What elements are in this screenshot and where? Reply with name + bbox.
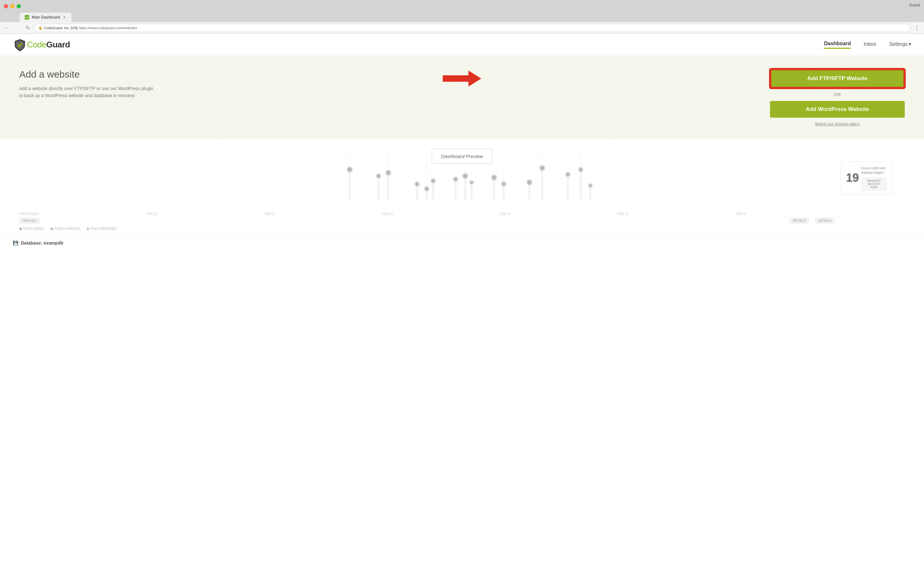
svg-point-23 — [463, 173, 468, 179]
dashboard-preview-section: Dashboard Preview — [0, 139, 924, 234]
svg-point-13 — [386, 170, 391, 175]
nav-dashboard[interactable]: Dashboard — [824, 41, 851, 49]
logo-text: CodeGuard — [27, 40, 70, 50]
svg-marker-0 — [443, 71, 481, 87]
settings-dropdown-icon: ▾ — [909, 41, 911, 47]
minimize-window-btn[interactable] — [10, 4, 15, 8]
add-website-section: Add a website Add a website directly ove… — [0, 56, 924, 139]
legend-dot-removed — [87, 227, 89, 230]
backup-countdown-number: 19 — [846, 172, 859, 184]
svg-point-11 — [376, 174, 381, 178]
logo-area: CodeGuard — [13, 38, 70, 52]
dashboard-preview-label: Dashboard Preview — [432, 149, 493, 164]
site-header: CodeGuard Dashboard Inbox Settings ▾ — [0, 34, 924, 56]
view-all-button[interactable]: VIEW ALL — [19, 218, 40, 224]
svg-point-19 — [431, 179, 435, 183]
main-nav: Dashboard Inbox Settings ▾ — [824, 41, 911, 49]
nav-settings-label: Settings — [889, 41, 908, 47]
tab-favicon: CG — [25, 15, 29, 19]
refresh-btn[interactable]: ↻ — [24, 24, 31, 32]
backup-countdown-text: hours until next backup begins — [861, 166, 887, 175]
backup-widget: 19 hours until next backup begins REQUES… — [841, 161, 892, 195]
guest-label: Guest — [909, 3, 920, 7]
secure-icon: 🔒 — [38, 26, 43, 30]
legend-label-removed: FILES REMOVED — [90, 227, 116, 230]
tab-bar: CG Main Dashboard × — [0, 12, 924, 22]
chart-label-feb15: FEB 15 — [618, 212, 628, 216]
svg-point-37 — [578, 167, 583, 172]
add-website-left: Add a website Add a website directly ove… — [19, 69, 154, 99]
svg-point-33 — [540, 165, 545, 171]
details-btn-2[interactable]: DETAILS — [815, 218, 834, 224]
legend-dot-changed — [50, 227, 53, 230]
request-backup-button[interactable]: REQUEST BACKUP NOW — [861, 177, 887, 190]
svg-point-21 — [453, 177, 458, 181]
tab-title: Main Dashboard — [32, 15, 60, 19]
legend-label-added: FILES ADDED — [23, 227, 44, 230]
forward-btn[interactable]: → — [13, 24, 21, 32]
or-separator: OR — [770, 92, 905, 97]
add-website-title: Add a website — [19, 69, 154, 80]
chart-label-feb14: FEB 14 — [500, 212, 510, 216]
svg-point-31 — [527, 180, 532, 185]
chart-labels: PREVIOUSLY FEB 11 FEB 12 FEB 13 FEB 14 F… — [13, 212, 911, 216]
add-wordpress-button[interactable]: Add WordPress Website — [770, 101, 905, 118]
logo-guard: Guard — [46, 40, 70, 49]
svg-point-35 — [565, 172, 570, 177]
svg-point-27 — [491, 175, 497, 180]
address-org: CodeGuard, Inc. [US] — [44, 26, 78, 30]
back-btn[interactable]: ← — [3, 24, 11, 32]
legend-files-removed: FILES REMOVED — [87, 227, 116, 230]
svg-point-17 — [425, 187, 429, 191]
chart-actions: VIEW ALL DETAILS DETAILS — [13, 218, 911, 224]
nav-inbox[interactable]: Inbox — [864, 41, 876, 48]
browser-menu-btn[interactable]: ⋮ — [913, 24, 921, 32]
details-btn-1[interactable]: DETAILS — [790, 218, 809, 224]
logo-code: Code — [27, 40, 46, 49]
chart-label-feb13: FEB 13 — [382, 212, 393, 216]
nav-settings[interactable]: Settings ▾ — [889, 41, 911, 48]
title-bar: Guest — [0, 0, 924, 12]
legend-files-changed: FILES CHANGED — [50, 227, 80, 230]
add-website-right: Add FTP/SFTP Website OR Add WordPress We… — [770, 69, 905, 126]
svg-point-9 — [347, 167, 352, 172]
add-website-description: Add a website directly over FTP/SFTP or … — [19, 85, 154, 99]
logo-shield-icon — [13, 38, 27, 52]
maximize-window-btn[interactable] — [17, 4, 21, 8]
tutorial-link[interactable]: Watch our tutorial video! — [770, 121, 905, 126]
chart-label-previously: PREVIOUSLY — [19, 212, 39, 216]
browser-chrome: Guest CG Main Dashboard × ← → ↻ 🔒 CodeGu… — [0, 0, 924, 34]
add-ftp-sftp-button[interactable]: Add FTP/SFTP Website — [770, 69, 905, 88]
address-url: https://www.codeguard.com/websites — [79, 26, 137, 30]
svg-point-15 — [415, 182, 419, 186]
legend-dot-added — [19, 227, 22, 230]
close-window-btn[interactable] — [4, 4, 8, 8]
legend-files-added: FILES ADDED — [19, 227, 44, 230]
svg-point-29 — [501, 182, 506, 186]
red-arrow-area — [433, 69, 491, 88]
svg-point-25 — [470, 181, 473, 184]
legend-label-changed: FILES CHANGED — [54, 227, 80, 230]
chart-label-feb11: FEB 11 — [147, 212, 157, 216]
red-arrow-icon — [443, 69, 481, 88]
chart-legend: FILES ADDED FILES CHANGED FILES REMOVED — [13, 227, 911, 230]
address-input[interactable]: 🔒 CodeGuard, Inc. [US] https://www.codeg… — [34, 24, 911, 32]
svg-point-39 — [588, 184, 592, 187]
window-controls — [4, 4, 21, 8]
active-tab[interactable]: CG Main Dashboard × — [19, 12, 72, 22]
chart-label-feb12: FEB 12 — [264, 212, 275, 216]
database-icon: 💾 — [13, 240, 18, 245]
chart-label-spacer — [853, 212, 905, 216]
chart-label-feb16: FEB 16 — [736, 212, 746, 216]
page-content: CodeGuard Dashboard Inbox Settings ▾ Add… — [0, 34, 924, 258]
database-section: 💾 Database: exampdb — [0, 234, 924, 252]
tab-close-btn[interactable]: × — [63, 15, 66, 20]
address-bar: ← → ↻ 🔒 CodeGuard, Inc. [US] https://www… — [0, 22, 924, 34]
database-title: Database: exampdb — [21, 240, 63, 245]
